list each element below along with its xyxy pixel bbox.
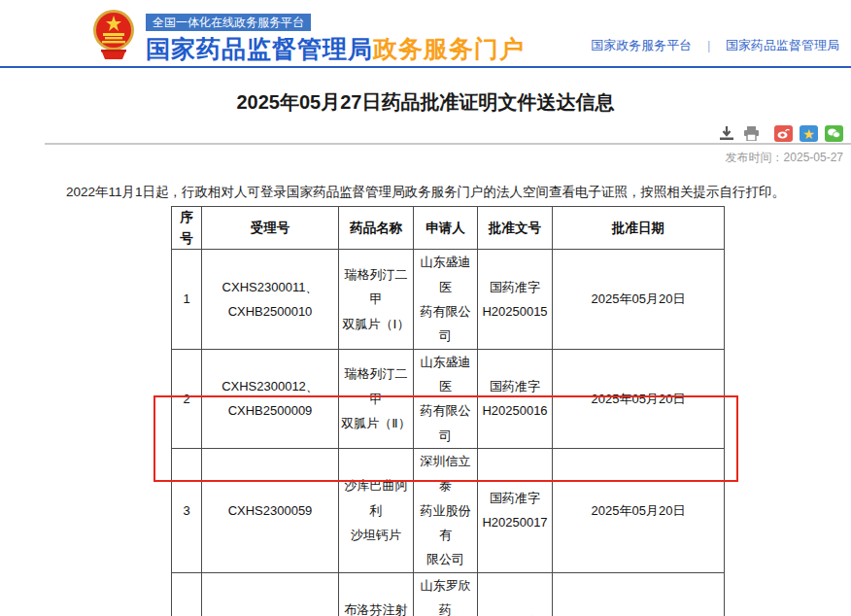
cell-drug: 瑞格列汀二甲 双胍片（Ⅱ） — [339, 349, 414, 448]
platform-badge: 全国一体化在线政务服务平台 — [146, 14, 311, 31]
divider — [45, 143, 851, 145]
header-nav: 国家政务服务平台 | 国家药品监督管理局 — [591, 37, 839, 54]
cell-applicant: 山东盛迪医 药有限公司 — [414, 250, 478, 349]
cell-date: 2025年05月20日 — [553, 250, 725, 349]
table-row-highlighted: 55 CYHS2201969国 布洛芬注射用 浓溶液 山东罗欣药 业集团股份 有… — [172, 572, 725, 616]
page-title: 2025年05月27日药品批准证明文件送达信息 — [0, 89, 851, 116]
nav-separator: | — [707, 38, 710, 52]
wechat-share-icon[interactable] — [825, 125, 843, 142]
cell-acceptance: CYHS2201969国 — [202, 572, 339, 616]
weibo-share-icon[interactable] — [774, 125, 793, 142]
col-header-seq: 序号 — [172, 207, 202, 250]
cell-acceptance: CXHS2300059 — [202, 448, 339, 572]
publish-time-label: 发布时间： — [726, 151, 784, 164]
col-header-date: 批准日期 — [553, 207, 725, 250]
qzone-share-icon[interactable]: ★ — [800, 125, 818, 142]
table-row: 1 CXHS2300011、 CXHB2500010 瑞格列汀二甲 双胍片（Ⅰ）… — [172, 250, 725, 349]
site-title-portal: 政务服务门户 — [373, 35, 525, 62]
nav-link-gov-service-platform[interactable]: 国家政务服务平台 — [591, 38, 692, 52]
cell-date: 2025年05月20日 — [553, 349, 725, 448]
col-header-drug: 药品名称 — [339, 207, 414, 250]
cell-seq: 55 — [172, 572, 202, 616]
nav-link-nmpa[interactable]: 国家药品监督管理局 — [726, 38, 839, 52]
site-header: 全国一体化在线政务服务平台 国家药品监督管理局政务服务门户 国家政务服务平台 |… — [0, 0, 851, 68]
site-logo-text: 全国一体化在线政务服务平台 国家药品监督管理局政务服务门户 — [146, 13, 525, 65]
table-row: 2 CXHS2300012、 CXHB2500009 瑞格列汀二甲 双胍片（Ⅱ）… — [172, 349, 725, 448]
cell-date: 2025年05月20日 — [553, 448, 725, 572]
cell-approval: 国药准字 H20250017 — [478, 448, 553, 572]
page: 全国一体化在线政务服务平台 国家药品监督管理局政务服务门户 国家政务服务平台 |… — [0, 0, 851, 616]
col-header-acceptance: 受理号 — [202, 207, 339, 250]
col-header-approval: 批准文号 — [478, 207, 553, 250]
cell-applicant: 山东盛迪医 药有限公司 — [414, 349, 478, 448]
cell-acceptance: CXHS2300011、 CXHB2500010 — [202, 250, 339, 349]
publish-time-value: 2025-05-27 — [784, 151, 843, 164]
china-national-emblem-icon — [89, 7, 138, 61]
notice-text: 2022年11月1日起，行政相对人可登录国家药品监督管理局政务服务门户的法人空间… — [0, 184, 851, 201]
table-row: 3 CXHS2300059 沙库巴曲阿利 沙坦钙片 深圳信立泰 药业股份有 限公… — [172, 448, 725, 572]
cell-drug: 沙库巴曲阿利 沙坦钙片 — [339, 448, 414, 572]
cell-seq: 3 — [172, 448, 202, 572]
cell-applicant: 山东罗欣药 业集团股份 有限公司 — [414, 572, 478, 616]
cell-approval: 国药准字 H20250016 — [478, 349, 553, 448]
col-header-applicant: 申请人 — [414, 207, 478, 250]
cell-approval: 国药准字 H20254221 — [478, 572, 553, 616]
cell-acceptance: CXHS2300012、 CXHB2500009 — [202, 349, 339, 448]
cell-applicant: 深圳信立泰 药业股份有 限公司 — [414, 448, 478, 572]
print-icon[interactable] — [742, 125, 760, 142]
toolbar: ★ — [718, 125, 843, 142]
cell-drug: 瑞格列汀二甲 双胍片（Ⅰ） — [339, 250, 414, 349]
cell-seq: 1 — [172, 250, 202, 349]
cell-drug: 布洛芬注射用 浓溶液 — [339, 572, 414, 616]
cell-date: 2025年05月20日 — [553, 572, 725, 616]
site-title: 国家药品监督管理局政务服务门户 — [146, 33, 525, 65]
cell-approval: 国药准字 H20250015 — [478, 250, 553, 349]
table-header-row: 序号 受理号 药品名称 申请人 批准文号 批准日期 — [172, 207, 725, 250]
approval-table: 序号 受理号 药品名称 申请人 批准文号 批准日期 1 CXHS2300011、… — [171, 206, 725, 616]
cell-seq: 2 — [172, 349, 202, 448]
site-title-agency: 国家药品监督管理局 — [146, 35, 373, 62]
download-icon[interactable] — [718, 125, 735, 142]
publish-time: 发布时间：2025-05-27 — [726, 150, 843, 166]
